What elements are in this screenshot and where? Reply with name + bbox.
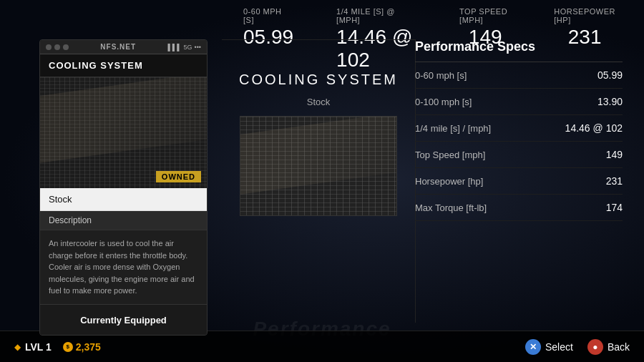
b-button-icon: ● — [587, 339, 603, 355]
phone-brand: NFS.NET — [100, 43, 136, 51]
spec-row-3: Top Speed [mph]149 — [415, 142, 623, 168]
select-label: Select — [545, 341, 573, 353]
bottom-bar: ◆ LVL 1 $ 2,375 ✕ Select ● Back — [0, 331, 644, 362]
owned-badge: OWNED — [156, 171, 201, 182]
panel-equipped: Currently Equipped — [40, 304, 207, 335]
right-panel: Performance Specs 0-60 mph [s]05.990-100… — [415, 39, 623, 221]
spec-row-2: 1/4 mile [s] / [mph]14.46 @ 102 — [415, 115, 623, 142]
spec-row-1: 0-100 mph [s]13.90 — [415, 89, 623, 115]
phone-dot-2 — [54, 44, 60, 50]
stat-horsepower-label: Horsepower [hp] — [554, 7, 615, 24]
spec-row-0: 0-60 mph [s]05.99 — [415, 62, 623, 89]
spec-label-2: 1/4 mile [s] / [mph] — [415, 123, 491, 134]
spec-label-5: Max Torque [ft-lb] — [415, 202, 487, 213]
specs-rows: 0-60 mph [s]05.990-100 mph [s]13.901/4 m… — [415, 62, 623, 221]
x-button-icon: ✕ — [525, 339, 541, 355]
stat-top-speed-label: Top Speed [mph] — [459, 7, 511, 24]
signal-type: 5G — [184, 44, 192, 51]
specs-title: Performance Specs — [415, 39, 623, 62]
center-item-label: Stock — [307, 97, 331, 107]
phone-icons-right: ▌▌▌ 5G ••• — [167, 44, 201, 51]
center-panel: COOLING SYSTEM Stock — [222, 0, 415, 362]
spec-label-0: 0-60 mph [s] — [415, 70, 467, 81]
panel-description-header: Description — [40, 211, 207, 230]
phone-dot-3 — [63, 44, 69, 50]
spec-row-4: Horsepower [hp]231 — [415, 168, 623, 195]
spec-row-5: Max Torque [ft-lb]174 — [415, 195, 623, 221]
lvl-icon: ◆ — [14, 342, 21, 352]
select-button[interactable]: ✕ Select — [525, 339, 573, 355]
back-button[interactable]: ● Back — [587, 339, 630, 355]
more-icon: ••• — [195, 44, 201, 51]
panel-title: COOLING SYSTEM — [40, 54, 207, 77]
phone-icons-left — [46, 44, 69, 50]
spec-value-3: 149 — [606, 149, 623, 160]
equipped-label: Currently Equipped — [80, 315, 167, 326]
lvl-badge: ◆ LVL 1 — [14, 341, 52, 353]
spec-value-1: 13.90 — [597, 96, 623, 107]
spec-value-2: 14.46 @ 102 — [565, 122, 623, 134]
signal-bars: ▌▌▌ — [167, 44, 181, 51]
phone-top-bar: NFS.NET ▌▌▌ 5G ••• — [40, 40, 207, 54]
panel-description-text: An intercooler is used to cool the air c… — [40, 230, 207, 304]
center-title: COOLING SYSTEM — [239, 72, 398, 88]
currency: $ 2,375 — [63, 341, 101, 353]
spec-label-1: 0-100 mph [s] — [415, 97, 472, 107]
bottom-right: ✕ Select ● Back — [525, 339, 630, 355]
left-panel: NFS.NET ▌▌▌ 5G ••• COOLING SYSTEM OWNED … — [39, 39, 208, 336]
lvl-text: LVL 1 — [25, 341, 52, 353]
spec-label-4: Horsepower [hp] — [415, 176, 483, 187]
currency-icon: $ — [63, 342, 73, 352]
center-image — [240, 116, 397, 216]
spec-value-4: 231 — [606, 175, 623, 187]
panel-selected-item[interactable]: Stock — [40, 188, 207, 211]
currency-amount: 2,375 — [76, 341, 101, 353]
bottom-left: ◆ LVL 1 $ 2,375 — [14, 341, 101, 353]
spec-value-0: 05.99 — [597, 69, 623, 81]
spec-label-3: Top Speed [mph] — [415, 150, 485, 160]
back-label: Back — [608, 341, 630, 353]
panel-image-area: OWNED — [40, 77, 207, 188]
phone-dot-1 — [46, 44, 52, 50]
spec-value-5: 174 — [606, 202, 623, 213]
